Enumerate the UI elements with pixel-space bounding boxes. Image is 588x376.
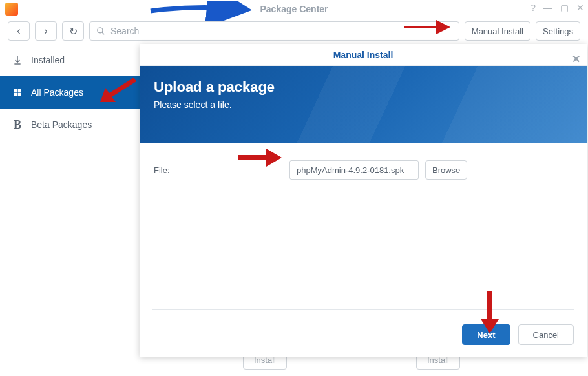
svg-rect-5 (18, 93, 21, 96)
help-icon[interactable]: ? (530, 3, 536, 13)
svg-line-1 (102, 32, 105, 35)
sidebar-item-label: Installed (31, 55, 65, 65)
manual-install-modal: Manual Install ✕ Upload a package Please… (140, 44, 587, 357)
modal-title-bar: Manual Install ✕ (140, 44, 587, 66)
search-icon (96, 26, 105, 36)
modal-banner: Upload a package Please select a file. (140, 66, 587, 143)
search-input[interactable] (110, 26, 452, 36)
search-field[interactable] (89, 21, 459, 41)
window-controls: ? — ▢ ✕ (530, 3, 584, 13)
settings-button[interactable]: Settings (536, 21, 580, 41)
svg-rect-2 (14, 89, 17, 92)
refresh-icon: ↻ (69, 25, 78, 37)
svg-point-0 (98, 28, 103, 33)
svg-rect-3 (18, 89, 21, 92)
svg-rect-4 (14, 93, 17, 96)
modal-subheading: Please select a file. (154, 99, 572, 110)
chevron-left-icon: ‹ (17, 25, 20, 37)
app-icon (5, 3, 18, 16)
minimize-icon[interactable]: — (543, 3, 552, 13)
refresh-button[interactable]: ↻ (62, 21, 84, 41)
modal-body: File: phpMyAdmin-4.9.2-0181.spk Browse (140, 143, 587, 196)
sidebar-item-beta-packages[interactable]: B Beta Packages (0, 109, 140, 141)
maximize-icon[interactable]: ▢ (560, 3, 569, 13)
sidebar: Installed All Packages B Beta Packages (0, 44, 140, 376)
file-label: File: (154, 165, 283, 175)
modal-footer: Next Cancel (462, 324, 574, 345)
modal-title: Manual Install (333, 50, 394, 60)
cancel-button[interactable]: Cancel (518, 324, 574, 345)
modal-heading: Upload a package (154, 79, 572, 96)
sidebar-item-installed[interactable]: Installed (0, 44, 140, 76)
titlebar: Package Center ? — ▢ ✕ (0, 0, 588, 18)
back-button[interactable]: ‹ (8, 21, 30, 41)
modal-divider (152, 309, 574, 310)
toolbar: ‹ › ↻ Manual Install Settings (0, 18, 588, 44)
forward-button[interactable]: › (35, 21, 57, 41)
grid-icon (12, 87, 23, 98)
file-row: File: phpMyAdmin-4.9.2-0181.spk Browse (154, 160, 572, 180)
sidebar-item-label: Beta Packages (31, 120, 92, 130)
sidebar-item-label: All Packages (31, 87, 83, 98)
chevron-right-icon: › (44, 25, 47, 37)
next-button[interactable]: Next (462, 324, 510, 345)
close-window-icon[interactable]: ✕ (576, 3, 584, 13)
sidebar-item-all-packages[interactable]: All Packages (0, 76, 140, 109)
manual-install-button[interactable]: Manual Install (465, 21, 530, 41)
browse-button[interactable]: Browse (425, 160, 467, 180)
window-title: Package Center (260, 4, 328, 14)
file-path-input[interactable]: phpMyAdmin-4.9.2-0181.spk (289, 160, 419, 180)
download-icon (12, 54, 23, 66)
beta-icon: B (12, 119, 23, 131)
file-path-value: phpMyAdmin-4.9.2-0181.spk (297, 165, 404, 175)
